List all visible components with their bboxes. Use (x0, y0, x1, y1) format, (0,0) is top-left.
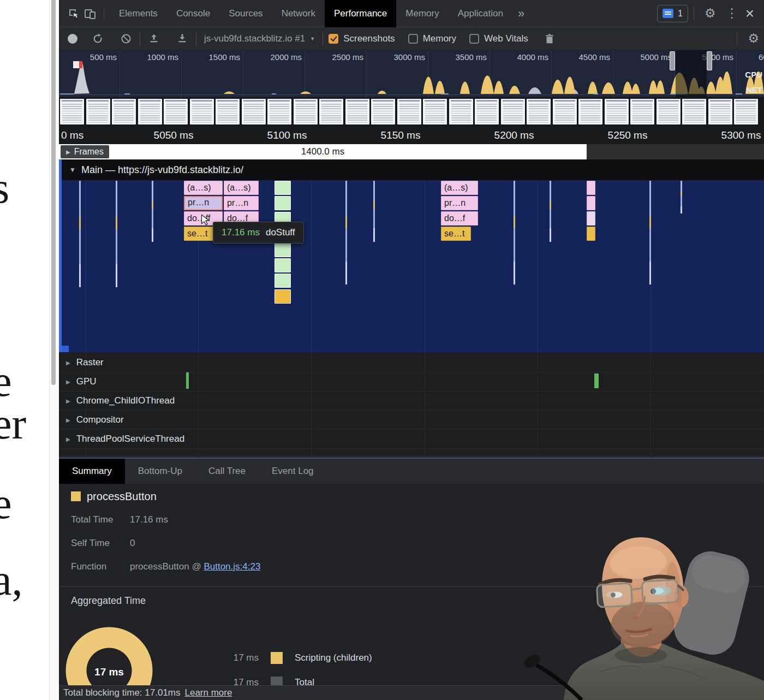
settings-gear-icon[interactable]: ⚙ (700, 6, 721, 21)
filmstrip-thumbnail[interactable] (242, 99, 266, 124)
clear-icon[interactable] (118, 31, 134, 47)
flame-block[interactable]: do…f (441, 211, 478, 226)
tab-bottom-up[interactable]: Bottom-Up (125, 459, 195, 484)
more-tabs-icon[interactable]: » (512, 7, 530, 21)
tab-event-log[interactable]: Event Log (259, 459, 327, 484)
filmstrip-thumbnail[interactable] (397, 99, 421, 124)
filmstrip-thumbnail[interactable] (138, 99, 162, 124)
flame-chart[interactable]: (a…s)pr…ndo…ffse…t(a…s)pr…ndo…f(a…s)pr…n… (62, 180, 764, 352)
filmstrip-thumbnail[interactable] (449, 99, 473, 124)
trash-icon[interactable] (541, 31, 558, 47)
filmstrip-thumbnail[interactable] (190, 99, 214, 124)
flame-block[interactable] (587, 181, 595, 195)
checkbox-box[interactable] (408, 34, 418, 44)
flame-block[interactable]: (a…s) (441, 181, 478, 195)
selection-handle-left[interactable] (670, 51, 675, 70)
record-button[interactable] (68, 34, 77, 44)
checkbox-web-vitals[interactable]: Web Vitals (469, 33, 528, 44)
feedback-button[interactable]: 1 (657, 5, 688, 22)
screenshot-filmstrip[interactable] (59, 97, 764, 127)
filmstrip-thumbnail[interactable] (578, 99, 602, 124)
filmstrip-thumbnail[interactable] (682, 99, 706, 124)
source-link[interactable]: Button.js:4:23 (204, 561, 260, 572)
flame-block[interactable]: (a…s) (184, 181, 223, 195)
legend-swatch (271, 677, 283, 685)
tab-application[interactable]: Application (449, 0, 512, 27)
selection-handle-right[interactable] (707, 51, 712, 70)
tab-call-tree[interactable]: Call Tree (195, 459, 259, 484)
flame-gc-block[interactable] (274, 258, 291, 272)
learn-more-link[interactable]: Learn more (185, 687, 232, 698)
flame-block[interactable] (587, 196, 595, 210)
flame-block[interactable] (587, 227, 595, 241)
checkbox-label: Screenshots (343, 33, 395, 44)
track-compositor[interactable]: ▶Compositor (59, 411, 764, 430)
flame-block[interactable]: (a…s) (224, 181, 259, 195)
kebab-menu-icon[interactable]: ⋮ (721, 6, 743, 21)
filmstrip-thumbnail[interactable] (475, 99, 499, 124)
flame-block[interactable]: pr…n (224, 196, 259, 210)
screen: seerea, ElementsConsoleSourcesNetworkPer… (0, 0, 764, 700)
device-toolbar-icon[interactable] (82, 5, 98, 22)
flame-gc-block[interactable] (274, 274, 291, 288)
filmstrip-thumbnail[interactable] (86, 99, 110, 124)
flame-block-hovered[interactable]: pr…n (184, 196, 223, 210)
filmstrip-thumbnail[interactable] (423, 99, 447, 124)
panel-settings-gear-icon[interactable]: ⚙ (743, 31, 764, 46)
filmstrip-thumbnail[interactable] (216, 99, 240, 124)
checkbox-memory[interactable]: Memory (408, 33, 456, 44)
frames-track-header[interactable]: ▶ Frames (61, 145, 109, 158)
main-track-header[interactable]: ▼ Main — https://js-vub9fd.stackblitz.io… (62, 159, 764, 180)
flame-block[interactable] (587, 211, 595, 226)
scrollbar-thumb[interactable] (51, 0, 56, 385)
timeline-overview[interactable]: 500 ms1000 ms1500 ms2000 ms2500 ms3000 m… (59, 50, 764, 97)
filmstrip-thumbnail[interactable] (527, 99, 551, 124)
reload-and-record-icon[interactable] (89, 31, 106, 47)
tab-summary[interactable]: Summary (59, 459, 125, 484)
flame-block[interactable] (274, 289, 291, 304)
checkbox-box[interactable] (469, 34, 479, 44)
tab-network[interactable]: Network (272, 0, 325, 27)
document-scrollbar[interactable] (49, 0, 58, 700)
filmstrip-thumbnail[interactable] (630, 99, 654, 124)
filmstrip-thumbnail[interactable] (294, 99, 318, 124)
flame-gc-block[interactable] (274, 196, 291, 210)
filmstrip-thumbnail[interactable] (656, 99, 681, 124)
checkbox-box[interactable] (329, 34, 338, 44)
tab-elements[interactable]: Elements (110, 0, 167, 27)
filmstrip-thumbnail[interactable] (164, 99, 188, 124)
inspect-element-icon[interactable] (65, 5, 82, 22)
flame-gc-block[interactable] (274, 181, 291, 195)
close-icon[interactable]: × (743, 5, 759, 22)
track-raster[interactable]: ▶Raster (59, 353, 764, 372)
flame-gc-block[interactable] (274, 243, 291, 257)
filmstrip-thumbnail[interactable] (319, 99, 343, 124)
flame-block[interactable]: pr…n (441, 196, 478, 210)
load-profile-icon[interactable] (146, 31, 162, 47)
filmstrip-thumbnail[interactable] (708, 99, 732, 124)
tab-sources[interactable]: Sources (219, 0, 272, 27)
flame-micro-task (152, 181, 153, 242)
flame-block[interactable]: se…t (441, 227, 471, 241)
filmstrip-thumbnail[interactable] (734, 99, 758, 124)
triangle-right-icon: ▶ (66, 360, 70, 366)
filmstrip-thumbnail[interactable] (60, 99, 84, 124)
tab-memory[interactable]: Memory (396, 0, 448, 27)
tab-console[interactable]: Console (167, 0, 219, 27)
filmstrip-thumbnail[interactable] (112, 99, 136, 124)
save-profile-icon[interactable] (174, 31, 190, 47)
track-chrome_childiothread[interactable]: ▶Chrome_ChildIOThread (59, 391, 764, 411)
filmstrip-thumbnail[interactable] (267, 99, 291, 124)
filmstrip-thumbnail[interactable] (371, 99, 395, 124)
blocking-time-text: Total blocking time: 17.01ms (63, 687, 181, 698)
track-threadpoolservicethread[interactable]: ▶ThreadPoolServiceThread (59, 430, 764, 449)
filmstrip-thumbnail[interactable] (605, 99, 629, 124)
filmstrip-thumbnail[interactable] (345, 99, 369, 124)
tab-performance[interactable]: Performance (325, 0, 396, 27)
capture-target-select[interactable]: js-vub9fd.stackblitz.io #1 ▼ (204, 33, 315, 44)
filmstrip-thumbnail[interactable] (501, 99, 525, 124)
details-tabbar: SummaryBottom-UpCall TreeEvent Log (59, 458, 764, 484)
filmstrip-thumbnail[interactable] (553, 99, 577, 124)
checkbox-screenshots[interactable]: Screenshots (329, 33, 395, 44)
track-gpu[interactable]: ▶GPU (59, 372, 764, 391)
